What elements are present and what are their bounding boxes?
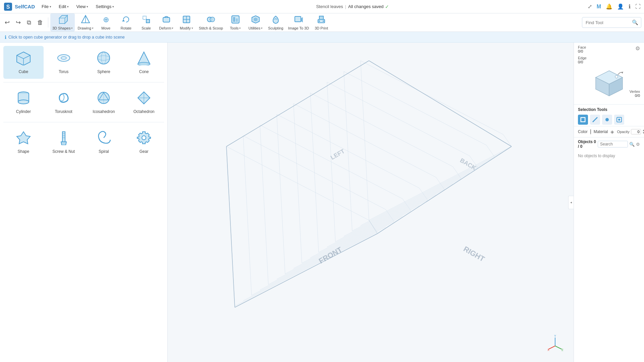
collapse-panel-button[interactable]: ◂ — [568, 196, 574, 209]
color-material-row: Color Material ◈ Opacity ▲ ▼ — [574, 126, 644, 137]
undo-button[interactable]: ↩ — [3, 17, 12, 27]
opacity-down[interactable]: ▼ — [642, 132, 644, 134]
shape-cube[interactable]: Cube — [3, 46, 44, 79]
shape-sphere[interactable]: Sphere — [84, 46, 124, 79]
scale-icon — [142, 15, 151, 25]
toolbar-deform[interactable]: Deform▾ — [157, 13, 176, 32]
settings-gear[interactable]: ⚙ — [635, 45, 640, 52]
octahedron-icon — [136, 90, 152, 107]
edge-label: Edge — [578, 56, 587, 60]
delete-button[interactable]: 🗑 — [35, 18, 45, 27]
stitch-label: Stitch & Scoop — [199, 26, 223, 30]
opacity-input[interactable] — [631, 129, 641, 134]
svg-line-120 — [555, 346, 562, 349]
info-icon: ℹ — [5, 35, 6, 40]
right-panel: Face 0/0 Edge 0/0 ⚙ — [574, 43, 644, 362]
logo[interactable]: S SelfCAD — [3, 2, 35, 11]
svg-point-39 — [98, 52, 110, 64]
left-panel: Cube Torus Sphere Cone — [0, 43, 168, 362]
modify-label: Modify▾ — [180, 26, 193, 30]
select-face-icon[interactable] — [578, 115, 588, 125]
bell-icon[interactable]: 🔔 — [606, 3, 612, 10]
deform-label: Deform▾ — [159, 26, 173, 30]
objects-header: Objects 0 / 0 🔍 ⚙ — [574, 137, 644, 151]
find-tool-button[interactable]: 🔍 — [629, 18, 641, 27]
cylinder-icon — [15, 90, 32, 107]
svg-text:S: S — [6, 4, 10, 10]
help-icon[interactable]: ℹ — [629, 3, 631, 10]
svg-rect-14 — [146, 19, 150, 23]
canvas-area[interactable]: .grid-line { stroke: #c8d8e8; stroke-wid… — [168, 43, 574, 362]
svg-marker-12 — [122, 19, 125, 21]
stitch-icon — [206, 15, 216, 25]
torus-label: Torus — [59, 69, 68, 74]
scale-label: Scale — [142, 26, 151, 30]
svg-marker-56 — [17, 132, 30, 144]
svg-point-134 — [618, 119, 620, 121]
shape-gear[interactable]: Gear — [124, 126, 164, 159]
shape-screwnut[interactable]: Screw & Nut — [44, 126, 84, 159]
sculpting-label: Sculpting — [268, 26, 283, 30]
utilities-icon — [251, 15, 260, 25]
torusknot-icon — [56, 90, 72, 107]
toolbar-sculpting[interactable]: Sculpting — [266, 13, 285, 32]
select-edge-icon[interactable] — [590, 115, 600, 125]
copy-button[interactable]: ⧉ — [25, 18, 33, 27]
menu-file[interactable]: File▾ — [38, 3, 55, 10]
material-icon[interactable]: ◈ — [610, 129, 614, 134]
3dshapes-icon — [58, 15, 68, 25]
toolbar-modify[interactable]: Modify▾ — [177, 13, 196, 32]
toolbar-drawing[interactable]: Drawing▾ — [75, 13, 95, 32]
cube-icon — [15, 51, 32, 67]
toolbar-move[interactable]: ⊕ Move — [96, 13, 116, 32]
shape-icosahedron[interactable]: Icosahedron — [84, 86, 124, 119]
toolbar-scale[interactable]: Scale — [137, 13, 156, 32]
svg-rect-26 — [295, 16, 301, 22]
shape-torusknot[interactable]: Torusknot — [44, 86, 84, 119]
shape-spiral[interactable]: Spiral — [84, 126, 124, 159]
shape-shape[interactable]: Shape — [3, 126, 44, 159]
svg-point-43 — [138, 62, 150, 65]
find-tool-input[interactable] — [582, 19, 629, 26]
menu-view[interactable]: View▾ — [73, 3, 92, 10]
sculpting-icon — [271, 15, 280, 25]
toolbar-imageto3d[interactable]: Image To 3D — [286, 13, 311, 32]
view-panel: Face 0/0 Edge 0/0 — [578, 45, 587, 64]
menu-settings[interactable]: Settings▾ — [92, 3, 117, 10]
toolbar-rotate[interactable]: Rotate — [116, 13, 136, 32]
face-label: Face — [578, 45, 587, 49]
sphere-label: Sphere — [97, 69, 110, 74]
toolbar-stitch[interactable]: Stitch & Scoop — [197, 13, 225, 32]
user-icon[interactable]: 👤 — [617, 3, 624, 10]
3dprint-label: 3D Print — [315, 26, 328, 30]
svg-text:Y: Y — [554, 334, 556, 338]
cone-icon — [136, 51, 152, 67]
toolbar-utilities[interactable]: Utilities▾ — [246, 13, 265, 32]
svg-text:X: X — [547, 348, 549, 351]
view-cube-area[interactable]: Vertex 0/0 — [574, 64, 644, 104]
toolbar-3dprint[interactable]: 3D Print — [312, 13, 331, 32]
redo-button[interactable]: ↪ — [14, 17, 23, 27]
objects-search-input[interactable] — [598, 141, 628, 147]
toolbar-3dshapes[interactable]: 3D Shapes▾ — [50, 13, 75, 32]
shape-cone[interactable]: Cone — [124, 46, 164, 79]
svg-rect-23 — [236, 18, 238, 22]
shape-grid-advanced: Cylinder Torusknot Icosahedron Octahedro… — [0, 82, 167, 122]
cone-label: Cone — [139, 69, 149, 74]
svg-point-30 — [319, 20, 320, 22]
medal-icon[interactable]: M — [597, 4, 601, 10]
color-picker[interactable] — [590, 129, 591, 134]
spiral-icon — [96, 130, 112, 147]
shape-torus[interactable]: Torus — [44, 46, 84, 79]
select-object-icon[interactable] — [614, 115, 624, 125]
shape-cylinder[interactable]: Cylinder — [3, 86, 44, 119]
objects-settings-icon[interactable]: ⚙ — [636, 142, 640, 147]
fullscreen-icon[interactable]: ⛶ — [635, 4, 641, 10]
toolbar-tools[interactable]: Tools▾ — [226, 13, 245, 32]
objects-search-icon[interactable]: 🔍 — [629, 142, 635, 147]
shape-octahedron[interactable]: Octahedron — [124, 86, 164, 119]
share-icon[interactable]: ⤢ — [588, 3, 592, 10]
topbar-icons: ⤢ M 🔔 👤 ℹ ⛶ — [588, 3, 641, 10]
select-vertex-icon[interactable] — [602, 115, 612, 125]
menu-edit[interactable]: Edit▾ — [55, 3, 72, 10]
